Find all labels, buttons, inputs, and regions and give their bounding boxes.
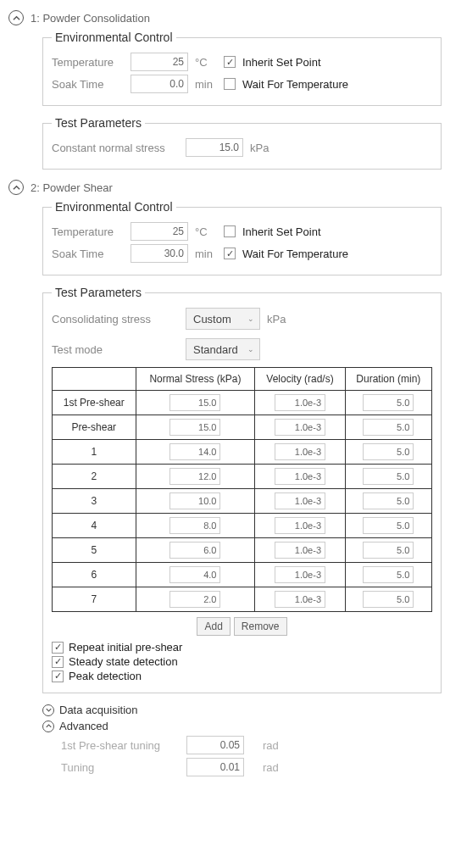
test-mode-select[interactable]: Standard ⌄: [186, 338, 260, 360]
velocity-input[interactable]: [275, 517, 325, 534]
chevron-down-icon: ⌄: [247, 345, 254, 353]
shear-table: Normal Stress (kPa) Velocity (rad/s) Dur…: [52, 367, 432, 612]
normal-stress-input[interactable]: [169, 443, 220, 460]
data-acquisition-title: Data acquisition: [59, 704, 138, 716]
velocity-input[interactable]: [275, 542, 325, 559]
table-row[interactable]: 1: [53, 440, 432, 465]
consolidating-stress-label: Consolidating stress: [52, 313, 179, 326]
temperature-input-2[interactable]: [131, 222, 188, 241]
tuning-unit: rad: [263, 761, 285, 774]
consolidating-stress-select[interactable]: Custom ⌄: [186, 308, 260, 330]
table-row[interactable]: 4: [53, 514, 432, 538]
first-pre-shear-tuning-label: 1st Pre-shear tuning: [61, 739, 180, 752]
step1-test-group: Test Parameters Constant normal stress k…: [42, 116, 442, 170]
step1-title: 1: Powder Consolidation: [31, 12, 150, 25]
duration-input[interactable]: [363, 591, 414, 608]
peak-detection-label: Peak detection: [69, 670, 142, 682]
normal-stress-input[interactable]: [169, 492, 220, 509]
table-row[interactable]: 5: [53, 538, 432, 563]
step1-env-legend: Environmental Control: [52, 31, 176, 44]
data-acquisition-toggle[interactable]: [42, 704, 54, 716]
step1-test-legend: Test Parameters: [52, 116, 145, 130]
inherit-set-point-checkbox-2[interactable]: [224, 225, 236, 237]
soak-time-unit: min: [195, 78, 217, 91]
duration-input[interactable]: [363, 443, 414, 460]
duration-input[interactable]: [363, 468, 414, 485]
table-row[interactable]: 7: [53, 587, 432, 612]
velocity-input[interactable]: [275, 394, 325, 411]
row-label: 6: [53, 563, 136, 587]
test-mode-label: Test mode: [52, 343, 179, 356]
wait-for-temperature-label: Wait For Temperature: [242, 78, 348, 91]
velocity-input[interactable]: [275, 419, 325, 436]
soak-time-label-2: Soak Time: [52, 248, 124, 260]
duration-input[interactable]: [363, 394, 414, 411]
velocity-input[interactable]: [275, 566, 325, 583]
normal-stress-input[interactable]: [169, 468, 220, 485]
repeat-initial-pre-shear-label: Repeat initial pre-shear: [69, 641, 182, 654]
row-label: 4: [53, 514, 136, 538]
first-pre-shear-tuning-input[interactable]: [186, 736, 244, 754]
peak-detection-checkbox[interactable]: [52, 670, 64, 682]
duration-input[interactable]: [363, 492, 414, 509]
step2-test-legend: Test Parameters: [52, 286, 145, 299]
table-row[interactable]: 2: [53, 465, 432, 489]
velocity-input[interactable]: [275, 443, 325, 460]
velocity-input[interactable]: [275, 468, 325, 485]
soak-time-unit-2: min: [195, 248, 217, 260]
duration-input[interactable]: [363, 517, 414, 534]
velocity-input[interactable]: [275, 591, 325, 608]
normal-stress-input[interactable]: [169, 517, 220, 534]
col-velocity: Velocity (rad/s): [255, 368, 345, 391]
collapse-toggle-step2[interactable]: [8, 180, 24, 195]
tuning-input[interactable]: [186, 758, 244, 776]
table-row[interactable]: Pre-shear: [53, 415, 432, 440]
inherit-set-point-label-2: Inherit Set Point: [242, 225, 321, 238]
wait-for-temperature-checkbox[interactable]: [224, 78, 236, 90]
chevron-down-icon: ⌄: [247, 314, 254, 323]
wait-for-temperature-label-2: Wait For Temperature: [242, 248, 348, 260]
step2-env-legend: Environmental Control: [52, 200, 176, 214]
duration-input[interactable]: [363, 542, 414, 559]
inherit-set-point-checkbox[interactable]: [224, 56, 236, 68]
table-row[interactable]: 6: [53, 563, 432, 587]
normal-stress-input[interactable]: [169, 419, 220, 436]
step2-test-group: Test Parameters Consolidating stress Cus…: [42, 286, 442, 693]
consolidating-stress-unit: kPa: [267, 313, 289, 326]
row-label: 5: [53, 538, 136, 563]
first-pre-shear-tuning-unit: rad: [263, 739, 285, 752]
row-label: 7: [53, 587, 136, 612]
normal-stress-input[interactable]: [169, 542, 220, 559]
velocity-input[interactable]: [275, 492, 325, 509]
temperature-label-2: Temperature: [52, 225, 124, 238]
soak-time-label: Soak Time: [52, 78, 124, 91]
repeat-initial-pre-shear-checkbox[interactable]: [52, 642, 64, 654]
soak-time-input-2[interactable]: [131, 244, 188, 263]
add-button[interactable]: Add: [197, 617, 230, 636]
remove-button[interactable]: Remove: [234, 617, 287, 636]
temperature-input[interactable]: [131, 53, 188, 71]
normal-stress-input[interactable]: [169, 394, 220, 411]
consolidating-stress-value: Custom: [193, 313, 231, 326]
step2-env-group: Environmental Control Temperature °C Inh…: [42, 200, 442, 275]
soak-time-input[interactable]: [131, 75, 188, 93]
steady-state-detection-label: Steady state detection: [69, 655, 178, 668]
advanced-title: Advanced: [59, 720, 108, 732]
table-row[interactable]: 1st Pre-shear: [53, 391, 432, 415]
table-row[interactable]: 3: [53, 489, 432, 514]
advanced-toggle[interactable]: [42, 721, 54, 732]
wait-for-temperature-checkbox-2[interactable]: [224, 248, 236, 259]
row-label: Pre-shear: [53, 415, 136, 440]
row-label: 2: [53, 465, 136, 489]
duration-input[interactable]: [363, 566, 414, 583]
constant-normal-stress-input[interactable]: [186, 138, 243, 157]
steady-state-detection-checkbox[interactable]: [52, 656, 64, 668]
row-label: 1: [53, 440, 136, 465]
col-normal-stress: Normal Stress (kPa): [136, 368, 255, 391]
duration-input[interactable]: [363, 419, 414, 436]
normal-stress-input[interactable]: [169, 566, 220, 583]
normal-stress-input[interactable]: [169, 591, 220, 608]
row-label: 3: [53, 489, 136, 514]
collapse-toggle-step1[interactable]: [8, 10, 24, 25]
temperature-label: Temperature: [52, 56, 124, 69]
